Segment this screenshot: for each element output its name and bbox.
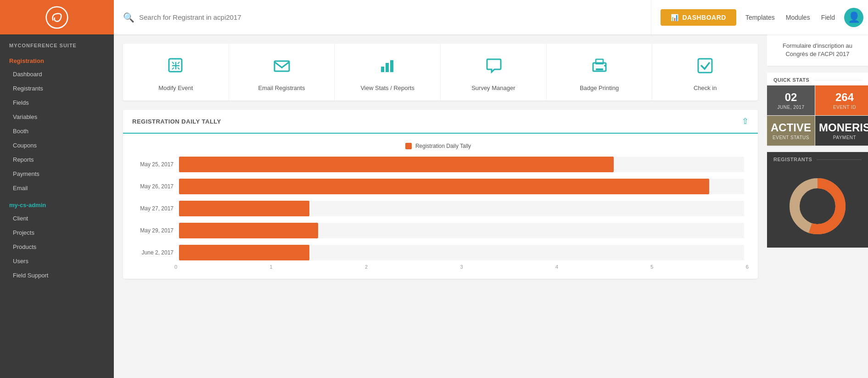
sidebar-item-client[interactable]: Client — [0, 211, 114, 226]
bar-track — [179, 201, 744, 216]
bar-label: May 25, 2017 — [132, 161, 174, 168]
sidebar-item-variables[interactable]: Variables — [0, 110, 114, 124]
nav-field[interactable]: Field — [821, 14, 835, 21]
stat-cell: 264 Event ID — [815, 85, 868, 115]
legend-label: Registration Daily Tally — [415, 143, 471, 149]
action-check-in[interactable]: Check in — [652, 44, 758, 101]
sidebar-item-dashboard[interactable]: Dashboard — [0, 67, 114, 81]
bar-label: May 27, 2017 — [132, 205, 174, 212]
action-modify-event[interactable]: Modify Event — [123, 44, 229, 101]
chart-header: REGISTRATION DAILY TALLY ⇧ — [123, 110, 758, 134]
bar-track — [179, 179, 744, 194]
check-in-label: Check in — [694, 85, 717, 91]
axis-label: 1 — [269, 264, 272, 270]
stats-grid: 02 June, 2017 264 Event ID ACTIVE Event … — [767, 85, 868, 146]
bar-track — [179, 223, 744, 238]
suite-title: MYCONFERENCE SUITE — [0, 34, 114, 52]
bar-row: May 29, 2017 — [132, 223, 744, 238]
sidebar-item-payments[interactable]: Payments — [0, 167, 114, 181]
action-email-registrants[interactable]: Email Registrants — [229, 44, 335, 101]
registration-group-title: Registration — [0, 52, 114, 67]
quick-actions-bar: Modify Event Email Registrants View Stat… — [123, 44, 758, 101]
search-input[interactable] — [139, 13, 323, 21]
chart-section: REGISTRATION DAILY TALLY ⇧ Registration … — [123, 110, 758, 279]
bar-row: May 26, 2017 — [132, 179, 744, 194]
svg-rect-3 — [381, 67, 384, 72]
chart-collapse-button[interactable]: ⇧ — [742, 116, 749, 126]
sidebar-item-email[interactable]: Email — [0, 181, 114, 195]
donut-chart — [785, 174, 850, 238]
bar-label: May 26, 2017 — [132, 183, 174, 190]
event-title: Formulaire d'inscription au Congrès de l… — [783, 42, 852, 57]
stat-value: 264 — [819, 91, 868, 104]
right-panel: Formulaire d'inscription au Congrès de l… — [767, 34, 868, 378]
email-registrants-icon — [273, 56, 291, 79]
axis-label: 6 — [746, 264, 749, 270]
nav-templates[interactable]: Templates — [745, 14, 775, 21]
sidebar-item-projects[interactable]: Projects — [0, 226, 114, 240]
quick-stats-panel: QUICK STATS 02 June, 2017 264 Event ID A… — [767, 73, 868, 146]
bar-row: May 25, 2017 — [132, 157, 744, 172]
app-logo — [45, 6, 68, 29]
svg-rect-10 — [698, 59, 712, 73]
stat-cell: MONERIS Payment — [815, 116, 868, 146]
bar-fill — [179, 201, 309, 216]
bar-row: June 2, 2017 — [132, 245, 744, 260]
bar-label: May 29, 2017 — [132, 227, 174, 234]
svg-rect-4 — [386, 63, 389, 72]
sidebar-item-coupons[interactable]: Coupons — [0, 138, 114, 152]
check-in-icon — [696, 56, 714, 79]
registrants-card: REGISTRANTS — [767, 152, 868, 248]
axis-label: 4 — [555, 264, 558, 270]
svg-point-0 — [46, 6, 68, 28]
sidebar-item-field-support[interactable]: Field Support — [0, 268, 114, 282]
sidebar-item-fields[interactable]: Fields — [0, 96, 114, 110]
view-stats-icon — [378, 56, 397, 79]
svg-rect-8 — [596, 68, 603, 70]
survey-manager-label: Survey Manager — [471, 85, 515, 91]
axis-label: 3 — [460, 264, 463, 270]
modify-event-label: Modify Event — [158, 85, 193, 91]
email-registrants-label: Email Registrants — [258, 85, 305, 91]
stat-label: Event ID — [819, 105, 868, 110]
stat-cell: ACTIVE Event Status — [767, 116, 815, 146]
stat-value: 02 — [771, 91, 811, 104]
search-icon: 🔍 — [123, 12, 134, 23]
svg-rect-2 — [274, 61, 289, 71]
badge-printing-icon — [590, 56, 609, 79]
bar-track — [179, 157, 744, 172]
stat-label: Event Status — [771, 135, 811, 140]
stat-label: Payment — [819, 135, 868, 140]
chart-body: Registration Daily Tally May 25, 2017 Ma… — [123, 134, 758, 279]
dashboard-icon: 📊 — [671, 14, 679, 21]
header: 🔍 📊 DASHBOARD Templates Modules Field 👤 — [0, 0, 868, 34]
dashboard-button[interactable]: 📊 DASHBOARD — [661, 9, 736, 26]
sidebar-item-products[interactable]: Products — [0, 240, 114, 254]
sidebar-item-registrants[interactable]: Registrants — [0, 81, 114, 96]
sidebar-item-users[interactable]: Users — [0, 254, 114, 268]
action-badge-printing[interactable]: Badge Printing — [547, 44, 653, 101]
bar-chart: May 25, 2017 May 26, 2017 May 27, 2017 M… — [128, 157, 749, 260]
user-avatar[interactable]: 👤 — [844, 8, 863, 27]
axis-label: 2 — [365, 264, 368, 270]
bar-row: May 27, 2017 — [132, 201, 744, 216]
nav-modules[interactable]: Modules — [786, 14, 810, 21]
action-survey-manager[interactable]: Survey Manager — [441, 44, 547, 101]
bar-fill — [179, 179, 709, 194]
survey-manager-icon — [484, 56, 503, 79]
sidebar: MYCONFERENCE SUITE Registration Dashboar… — [0, 34, 114, 378]
logo-area — [0, 0, 114, 34]
bar-track — [179, 245, 744, 260]
event-title-card: Formulaire d'inscription au Congrès de l… — [767, 34, 868, 66]
bar-label: June 2, 2017 — [132, 249, 174, 256]
chart-legend: Registration Daily Tally — [128, 143, 749, 149]
bar-axis: 0123456 — [174, 260, 749, 270]
axis-label: 0 — [174, 264, 177, 270]
sidebar-item-booth[interactable]: Booth — [0, 124, 114, 138]
sidebar-item-reports[interactable]: Reports — [0, 152, 114, 167]
bar-fill — [179, 245, 309, 260]
stat-value: ACTIVE — [771, 121, 811, 134]
bar-fill — [179, 223, 318, 238]
main-layout: MYCONFERENCE SUITE Registration Dashboar… — [0, 34, 868, 378]
action-view-stats[interactable]: View Stats / Reports — [335, 44, 441, 101]
